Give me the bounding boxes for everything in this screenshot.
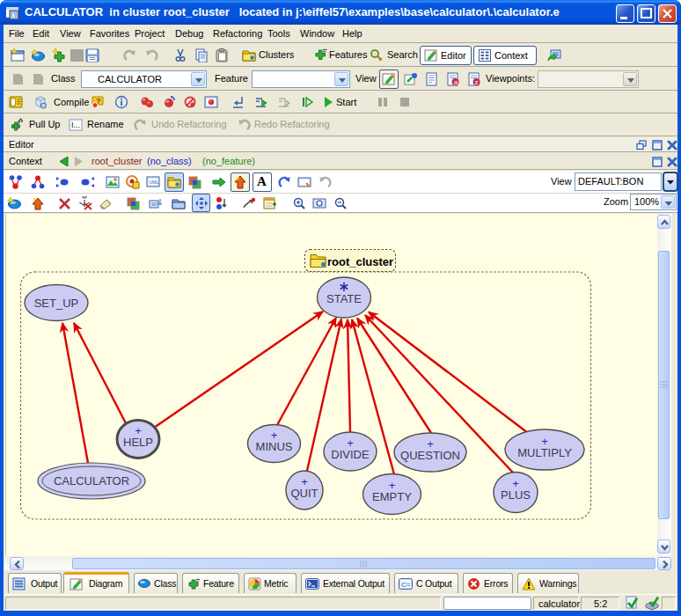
svg-text:I...: I... bbox=[71, 121, 80, 129]
svg-text:SET_UP: SET_UP bbox=[34, 297, 79, 310]
svg-text:QUIT: QUIT bbox=[290, 487, 318, 500]
svg-text:HELP: HELP bbox=[123, 436, 153, 449]
svg-text:EMPTY: EMPTY bbox=[372, 490, 412, 503]
svg-text:DIVIDE: DIVIDE bbox=[331, 448, 370, 461]
svg-text:QUESTION: QUESTION bbox=[400, 449, 460, 462]
svg-text:C=: C= bbox=[401, 581, 411, 589]
svg-text:MULTIPLY: MULTIPLY bbox=[517, 446, 572, 459]
svg-text:UML: UML bbox=[150, 180, 159, 185]
svg-text:CALCULATOR: CALCULATOR bbox=[54, 474, 129, 488]
svg-text:root_cluster: root_cluster bbox=[327, 255, 393, 268]
svg-text:STATE: STATE bbox=[326, 292, 362, 305]
svg-text:PLUS: PLUS bbox=[501, 488, 531, 502]
svg-text:MINUS: MINUS bbox=[256, 440, 293, 453]
svg-text:z: z bbox=[475, 78, 479, 86]
svg-text:90°: 90° bbox=[151, 202, 158, 207]
svg-text:a: a bbox=[454, 78, 458, 86]
